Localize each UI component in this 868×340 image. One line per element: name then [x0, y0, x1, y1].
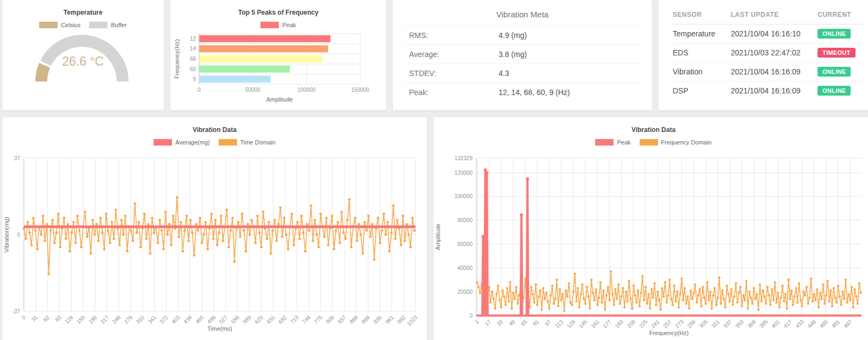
svg-text:193: 193: [614, 318, 624, 329]
svg-text:992: 992: [396, 314, 407, 325]
svg-text:0: 0: [21, 314, 27, 320]
svg-text:132329: 132329: [455, 155, 473, 161]
meta-label: Peak:: [409, 88, 499, 97]
svg-text:225: 225: [638, 318, 649, 329]
temperature-card: Temperature CelsiusBuffer 26.6 °C: [2, 0, 164, 110]
legend-item[interactable]: Buffer: [89, 22, 126, 28]
svg-text:417: 417: [782, 318, 793, 329]
sensor-status-cell: ONLINE: [818, 62, 866, 81]
sensor-last-update: 2021/10/04 16:16:09: [731, 62, 818, 81]
sensor-status-cell: TIMEOUT: [818, 43, 866, 62]
svg-text:868: 868: [348, 314, 359, 325]
svg-text:682: 682: [277, 314, 288, 325]
svg-text:961: 961: [384, 314, 395, 325]
status-badge: ONLINE: [818, 67, 851, 77]
legend-swatch: [260, 22, 279, 28]
legend-item[interactable]: Celsius: [39, 22, 80, 28]
freq-chart-title: Vibration Data: [433, 117, 868, 134]
sensor-header-row: SENSORLAST UPDATECURRENT: [673, 7, 866, 24]
temperature-title: Temperature: [2, 0, 164, 16]
bar: [199, 55, 322, 62]
meta-row: Peak:12, 14, 68, 60, 9 (Hz): [404, 83, 641, 102]
frequency-domain-chart[interactable]: 1173349658197113129145161177193209225241…: [433, 150, 868, 340]
svg-text:161: 161: [590, 318, 601, 329]
legend-swatch: [89, 22, 107, 28]
svg-text:248: 248: [111, 314, 122, 325]
svg-text:60: 60: [190, 66, 196, 72]
svg-text:589: 589: [242, 314, 253, 325]
svg-text:744: 744: [301, 314, 312, 325]
top5-title: Top 5 Peaks of Frequency: [170, 0, 386, 16]
svg-text:145: 145: [578, 318, 589, 329]
svg-text:49: 49: [508, 318, 516, 327]
svg-text:403: 403: [170, 314, 181, 325]
vibration-meta-title: Vibration Meta: [393, 0, 652, 19]
legend-label: Average(mg): [175, 139, 209, 146]
legend-item[interactable]: Peak: [595, 139, 630, 146]
svg-text:806: 806: [325, 314, 336, 325]
svg-text:17: 17: [483, 318, 492, 327]
bar: [199, 45, 328, 52]
svg-text:0: 0: [469, 313, 473, 319]
svg-text:558: 558: [230, 314, 241, 325]
svg-text:1: 1: [474, 318, 480, 325]
legend-swatch: [640, 139, 658, 146]
legend-swatch: [154, 139, 172, 146]
frequency-domain-card: Vibration Data PeakFrequency Domain 1173…: [433, 117, 868, 340]
svg-text:0: 0: [197, 87, 201, 93]
meta-label: Average:: [409, 50, 499, 59]
temperature-gauge[interactable]: [2, 33, 164, 110]
svg-text:129: 129: [566, 318, 577, 329]
svg-text:279: 279: [123, 314, 134, 325]
svg-text:527: 527: [218, 314, 229, 325]
svg-text:Frequency(Hz): Frequency(Hz): [174, 39, 180, 79]
svg-text:217: 217: [99, 314, 110, 325]
svg-text:20000: 20000: [457, 289, 473, 295]
svg-text:620: 620: [253, 314, 264, 325]
meta-label: RMS:: [409, 31, 499, 40]
svg-text:341: 341: [147, 314, 158, 325]
svg-text:465: 465: [819, 318, 829, 329]
svg-text:481: 481: [831, 318, 841, 329]
sensor-name: Temperature: [673, 24, 731, 43]
sensor-row: EDS2021/10/03 22:47:02TIMEOUT: [673, 43, 866, 62]
svg-text:150000: 150000: [351, 87, 369, 93]
svg-text:273: 273: [674, 318, 685, 329]
svg-text:93: 93: [54, 314, 62, 323]
legend-label: Celsius: [61, 22, 80, 28]
svg-text:433: 433: [794, 318, 805, 329]
time-domain-chart[interactable]: 0316293124155186217248279310341372403434…: [2, 150, 427, 340]
svg-text:837: 837: [337, 314, 348, 325]
svg-text:497: 497: [843, 318, 853, 329]
meta-row: RMS:4.9 (mg): [404, 26, 641, 45]
sensor-status-cell: ONLINE: [818, 81, 866, 100]
sensor-column-header: LAST UPDATE: [731, 7, 818, 24]
legend-label: Peak: [282, 22, 296, 28]
svg-text:369: 369: [746, 318, 757, 329]
svg-text:97: 97: [544, 318, 552, 327]
svg-text:209: 209: [626, 318, 637, 329]
svg-text:Amplitude: Amplitude: [435, 224, 441, 250]
svg-text:33: 33: [496, 318, 505, 327]
svg-text:899: 899: [360, 314, 371, 325]
legend-item[interactable]: Time Domain: [219, 139, 276, 146]
svg-text:449: 449: [806, 318, 817, 329]
svg-text:321: 321: [710, 318, 721, 329]
sensor-column-header: SENSOR: [673, 7, 731, 24]
svg-text:465: 465: [194, 314, 205, 325]
legend-item[interactable]: Peak: [260, 22, 296, 28]
svg-text:65: 65: [520, 318, 528, 327]
svg-text:100000: 100000: [455, 193, 473, 199]
top5-bar-chart[interactable]: 050000100000150000121468609AmplitudeFreq…: [170, 30, 386, 110]
status-badge: ONLINE: [818, 29, 851, 39]
sensor-last-update: 2021/10/04 16:16:10: [731, 24, 818, 43]
legend-item[interactable]: Average(mg): [154, 139, 209, 146]
sensor-status-card: SENSORLAST UPDATECURRENTTemperature2021/…: [659, 0, 868, 110]
svg-text:713: 713: [289, 314, 300, 325]
top5-peaks-card: Top 5 Peaks of Frequency Peak 0500001000…: [170, 0, 386, 110]
meta-value: 4.9 (mg): [499, 31, 527, 40]
legend-item[interactable]: Frequency Domain: [640, 139, 712, 146]
svg-text:9: 9: [193, 76, 196, 82]
sensor-column-header: CURRENT: [818, 7, 866, 24]
temperature-legend: CelsiusBuffer: [2, 22, 164, 28]
